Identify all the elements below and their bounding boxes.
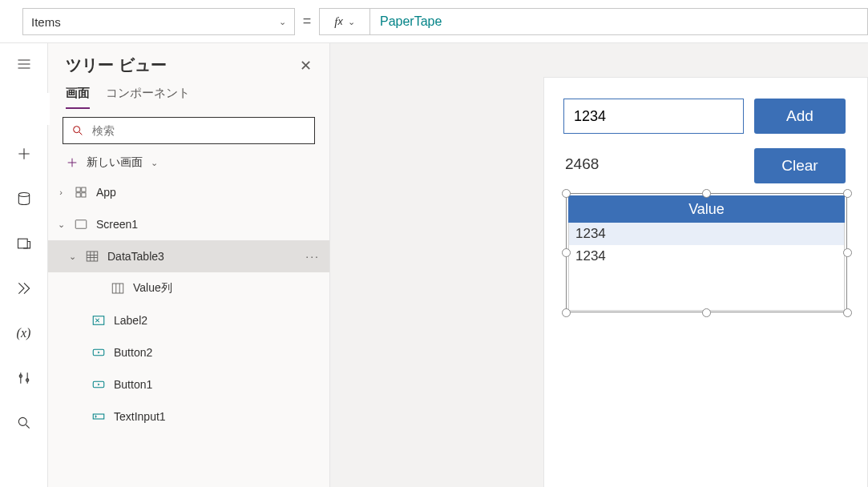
property-dropdown-label: Items — [31, 15, 61, 29]
text-input-value: 1234 — [574, 108, 606, 125]
svg-rect-7 — [82, 187, 86, 191]
resize-handle[interactable] — [562, 189, 571, 198]
tree-node-label: DataTable3 — [107, 250, 164, 263]
screen-icon — [74, 217, 88, 231]
tree-node-app[interactable]: › App — [48, 176, 329, 208]
datatable-icon — [85, 249, 99, 264]
svg-rect-13 — [93, 316, 104, 325]
search-icon — [71, 124, 84, 137]
formula-value: PaperTape — [380, 14, 442, 29]
panel-title: ツリー ビュー — [66, 54, 167, 76]
fx-button[interactable]: fx⌄ — [319, 8, 370, 35]
tree-node-textinput1[interactable]: TextInput1 — [48, 400, 329, 433]
tree-node-button1[interactable]: Button1 — [48, 368, 329, 400]
tree-node-label: Button1 — [114, 378, 152, 391]
clear-button[interactable]: Clear — [754, 148, 846, 183]
search-input[interactable] — [63, 117, 315, 144]
tree-node-value-column[interactable]: Value列 — [48, 272, 329, 304]
table-row[interactable]: 1234 — [569, 223, 844, 245]
new-screen-button[interactable]: 新しい画面 ⌄ — [48, 149, 329, 176]
search-field[interactable] — [92, 124, 306, 137]
tree-view-icon[interactable] — [8, 98, 40, 120]
tab-components[interactable]: コンポーネント — [106, 86, 190, 109]
tree: › App ⌄ Screen1 ⌄ DataTable3 ··· Value列 — [48, 176, 329, 433]
textinput-icon — [91, 409, 106, 424]
property-dropdown[interactable]: Items ⌄ — [22, 8, 295, 35]
chevron-down-icon: ⌄ — [151, 158, 158, 168]
resize-handle[interactable] — [843, 308, 852, 317]
label-icon — [91, 313, 106, 328]
button-icon — [91, 345, 106, 360]
chevron-down-icon[interactable]: ⌄ — [56, 219, 66, 230]
chevron-right-icon[interactable]: › — [56, 187, 66, 197]
resize-handle[interactable] — [843, 248, 852, 257]
datatable-header-label: Value — [688, 201, 725, 218]
tree-node-button2[interactable]: Button2 — [48, 336, 329, 368]
tree-node-label2[interactable]: Label2 — [48, 304, 329, 336]
column-icon — [111, 281, 125, 296]
add-button[interactable]: Add — [754, 99, 846, 134]
more-icon[interactable]: ··· — [305, 250, 320, 263]
svg-rect-8 — [76, 193, 80, 197]
table-row[interactable]: 1234 — [569, 245, 844, 268]
advanced-tools-icon[interactable] — [8, 367, 40, 389]
resize-handle[interactable] — [702, 189, 711, 198]
output-label: 2468 — [565, 155, 599, 173]
tree-node-label: App — [96, 186, 116, 199]
svg-rect-12 — [112, 284, 123, 293]
insert-icon[interactable] — [8, 143, 40, 165]
tree-node-label: Label2 — [114, 314, 147, 327]
canvas-area[interactable]: 1234 Add 2468 Clear Value — [330, 43, 868, 487]
tree-node-label: Screen1 — [96, 218, 138, 231]
power-automate-icon[interactable] — [8, 277, 40, 300]
variables-icon[interactable]: (x) — [8, 322, 40, 344]
tree-view-panel: ツリー ビュー ✕ 画面 コンポーネント 新しい画面 ⌄ › App ⌄ — [48, 43, 330, 487]
resize-handle[interactable] — [562, 308, 571, 317]
resize-handle[interactable] — [702, 308, 711, 317]
tree-node-datatable[interactable]: ⌄ DataTable3 ··· — [48, 240, 329, 272]
artboard[interactable]: 1234 Add 2468 Clear Value — [543, 77, 868, 487]
formula-bar[interactable]: PaperTape — [370, 8, 868, 35]
text-input-control[interactable]: 1234 — [563, 99, 744, 134]
chevron-down-icon: ⌄ — [348, 17, 355, 27]
equals-sign: = — [295, 13, 319, 30]
app-icon — [74, 185, 88, 199]
svg-rect-16 — [93, 414, 104, 419]
clear-button-label: Clear — [781, 157, 818, 175]
svg-point-5 — [74, 127, 80, 133]
close-icon[interactable]: ✕ — [300, 57, 312, 74]
svg-rect-11 — [87, 252, 98, 261]
datatable-control[interactable]: Value 1234 1234 — [568, 195, 845, 312]
search-icon[interactable] — [8, 412, 40, 434]
new-screen-label: 新しい画面 — [87, 155, 143, 170]
add-button-label: Add — [786, 107, 813, 125]
svg-rect-9 — [82, 193, 86, 197]
svg-rect-6 — [76, 187, 80, 191]
resize-handle[interactable] — [562, 248, 571, 257]
media-icon[interactable] — [8, 232, 40, 255]
svg-rect-10 — [75, 220, 87, 229]
chevron-down-icon[interactable]: ⌄ — [67, 252, 77, 262]
hamburger-icon[interactable] — [8, 53, 40, 75]
tab-screens[interactable]: 画面 — [66, 86, 90, 109]
datatable-header[interactable]: Value — [568, 195, 845, 223]
tree-node-label: TextInput1 — [114, 410, 166, 423]
data-icon[interactable] — [8, 187, 40, 210]
tree-node-screen1[interactable]: ⌄ Screen1 — [48, 208, 329, 240]
plus-icon — [66, 156, 79, 169]
svg-point-0 — [18, 193, 29, 197]
svg-point-4 — [18, 417, 26, 425]
left-rail: (x) — [0, 43, 48, 487]
datatable-body: 1234 1234 — [568, 223, 845, 311]
chevron-down-icon: ⌄ — [279, 17, 286, 27]
svg-rect-1 — [18, 239, 27, 248]
resize-handle[interactable] — [843, 189, 852, 198]
tree-node-label: Button2 — [114, 346, 152, 359]
tree-node-label: Value列 — [133, 281, 172, 296]
button-icon — [91, 377, 106, 392]
